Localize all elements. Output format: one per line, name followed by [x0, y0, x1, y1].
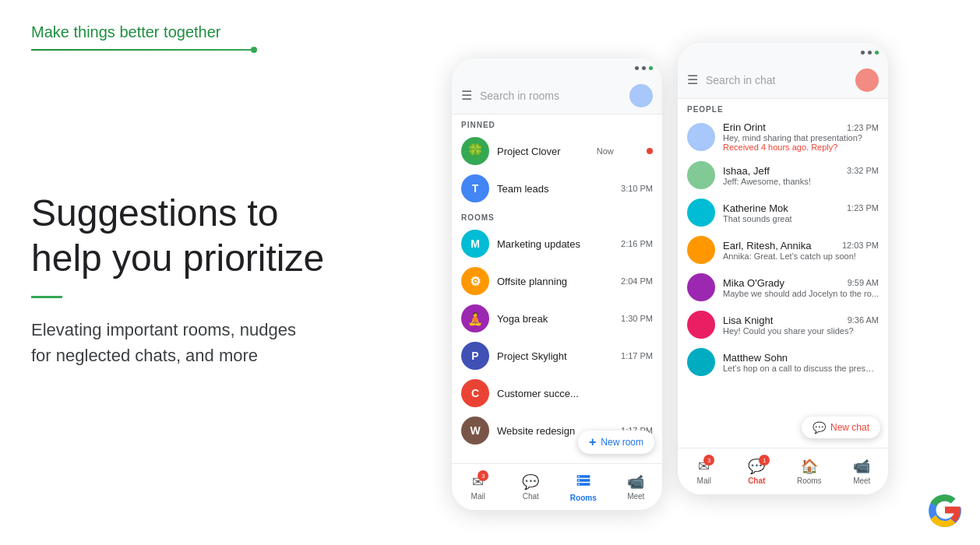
chat-name-earl: Earl, Ritesh, Annika	[723, 240, 811, 251]
plus-icon: +	[589, 435, 596, 449]
chat-avatar-earl	[687, 236, 715, 264]
status-dot-2	[861, 51, 865, 54]
mail-icon-1: ✉ 3	[472, 473, 484, 490]
chat-time-mika: 9:59 AM	[848, 278, 879, 287]
chat-info-erin: Erin Orint 1:23 PM Hey, mind sharing tha…	[723, 121, 879, 152]
chat-item-ishaa[interactable]: Ishaa, Jeff 3:32 PM Jeff: Awesome, thank…	[678, 156, 888, 194]
google-logo	[925, 490, 964, 529]
chat-avatar-customer: C	[461, 379, 489, 407]
chat-item-mika[interactable]: Mika O'Grady 9:59 AM Maybe we should add…	[678, 269, 888, 306]
chat-time-earl: 12:03 PM	[842, 241, 879, 250]
chat-preview-katherine: That sounds great	[723, 214, 879, 223]
user-avatar-2	[855, 69, 879, 92]
chat-preview-mika: Maybe we should add Jocelyn to the ro...	[723, 289, 879, 298]
nav-mail-label-2: Mail	[697, 476, 711, 485]
chat-item-katherine[interactable]: Katherine Mok 1:23 PM That sounds great	[678, 194, 888, 231]
chat-info-yoga: Yoga break 1:30 PM	[497, 313, 653, 325]
chat-info-clover: Project Clover Now	[497, 146, 653, 157]
chat-item-team-leads[interactable]: T Team leads 3:10 PM	[452, 170, 662, 207]
nav-meet-2[interactable]: 📹 Meet	[836, 458, 889, 485]
chat-avatar-yoga: 🧘	[461, 304, 489, 332]
sub-text: Elevating important rooms, nudges for ne…	[31, 317, 358, 368]
chat-info-customer: Customer succe...	[497, 388, 653, 399]
phone1-content: PINNED 🍀 Project Clover Now T Team lead	[452, 114, 662, 449]
chat-name-marketing: Marketing updates	[497, 238, 580, 250]
chat-item-customer[interactable]: C Customer succe...	[452, 374, 662, 412]
chat-info-skylight: Project Skylight 1:17 PM	[497, 350, 653, 362]
nav-meet-label-1: Meet	[627, 492, 644, 501]
chat-name-team: Team leads	[497, 183, 548, 195]
nav-chat-1[interactable]: 💬 Chat	[505, 473, 558, 501]
hamburger-icon[interactable]: ☰	[461, 88, 472, 103]
chat-name-ishaa: Ishaa, Jeff	[723, 165, 770, 177]
chat-preview-lisa: Hey! Could you share your slides?	[723, 326, 879, 336]
phone-search-bar-2[interactable]: ☰ Search in chat	[678, 62, 888, 99]
rooms-icon-1	[576, 473, 591, 492]
status-dot	[635, 66, 639, 70]
phones-section: ☰ Search in rooms PINNED 🍀 Project Clove…	[452, 0, 980, 545]
chat-avatar-skylight: P	[461, 342, 489, 370]
left-section: Make things better together Suggestions …	[0, 0, 390, 545]
chat-name-mika: Mika O'Grady	[723, 277, 784, 289]
new-chat-button[interactable]: 💬 New chat	[802, 417, 880, 438]
chat-avatar-mika	[687, 273, 715, 301]
rooms-label: ROOMS	[452, 207, 662, 225]
nav-meet-label-2: Meet	[853, 476, 870, 485]
nav-rooms-1[interactable]: Rooms	[557, 473, 610, 502]
pinned-label: PINNED	[452, 114, 662, 132]
chat-item-project-clover[interactable]: 🍀 Project Clover Now	[452, 132, 662, 170]
green-line	[31, 49, 257, 51]
chat-icon-1: 💬	[522, 473, 539, 490]
new-room-button[interactable]: + New room	[578, 431, 654, 454]
chat-item-erin[interactable]: Erin Orint 1:23 PM Hey, mind sharing tha…	[678, 117, 888, 156]
chat-item-skylight[interactable]: P Project Skylight 1:17 PM	[452, 337, 662, 374]
chat-item-offsite[interactable]: ⚙ Offsite planning 2:04 PM	[452, 262, 662, 300]
nav-chat-label-1: Chat	[523, 492, 539, 501]
chat-time-katherine: 1:23 PM	[847, 203, 879, 213]
nav-rooms-label-2: Rooms	[797, 476, 822, 485]
nudge-erin: Received 4 hours ago. Reply?	[723, 142, 879, 152]
chat-name-website: Website redesign	[497, 425, 575, 437]
chat-avatar-ishaa	[687, 161, 715, 189]
rooms-icon-2: 🏠	[801, 458, 818, 475]
phone-search-bar-1[interactable]: ☰ Search in rooms	[452, 77, 662, 114]
main-heading: Suggestions to help you prioritize	[31, 191, 358, 280]
chat-item-yoga[interactable]: 🧘 Yoga break 1:30 PM	[452, 300, 662, 337]
status-dot-2	[875, 51, 879, 54]
status-dot	[642, 66, 646, 70]
nav-rooms-2[interactable]: 🏠 Rooms	[783, 458, 836, 485]
status-dot-2	[868, 51, 872, 54]
chat-info-team: Team leads 3:10 PM	[497, 183, 653, 195]
chat-preview-ishaa: Jeff: Awesome, thanks!	[723, 177, 879, 186]
chat-avatar-matthew	[687, 348, 715, 376]
nav-mail-1[interactable]: ✉ 3 Mail	[452, 473, 505, 501]
phone2-nav: ✉ 3 Mail 💬 1 Chat 🏠 Rooms 📹 Meet	[678, 448, 888, 494]
chat-time-marketing: 2:16 PM	[621, 239, 653, 248]
user-avatar-1	[629, 84, 653, 107]
chat-time-lisa: 9:36 AM	[848, 315, 879, 325]
hamburger-icon-2[interactable]: ☰	[687, 72, 698, 87]
nav-chat-2[interactable]: 💬 1 Chat	[731, 458, 784, 485]
nav-mail-2[interactable]: ✉ 3 Mail	[678, 458, 731, 485]
chat-time-ishaa: 3:32 PM	[847, 166, 879, 175]
chat-avatar-offsite: ⚙	[461, 267, 489, 295]
nav-meet-1[interactable]: 📹 Meet	[610, 473, 663, 501]
chat-info-matthew: Matthew Sohn Let's hop on a call to disc…	[723, 352, 879, 373]
chat-item-earl[interactable]: Earl, Ritesh, Annika 12:03 PM Annika: Gr…	[678, 231, 888, 269]
chat-avatar-erin	[687, 123, 715, 151]
chat-avatar-team: T	[461, 174, 489, 202]
chat-item-lisa[interactable]: Lisa Knight 9:36 AM Hey! Could you share…	[678, 306, 888, 343]
chat-avatar-clover: 🍀	[461, 137, 489, 165]
chat-avatar-lisa	[687, 311, 715, 339]
phone1-nav: ✉ 3 Mail 💬 Chat Rooms 📹 Meet	[452, 463, 662, 510]
chat-time-offsite: 2:04 PM	[621, 276, 653, 286]
chat-name-yoga: Yoga break	[497, 313, 548, 325]
chat-item-matthew[interactable]: Matthew Sohn Let's hop on a call to disc…	[678, 343, 888, 381]
chat-preview-earl: Annika: Great. Let's catch up soon!	[723, 251, 879, 261]
chat-name-lisa: Lisa Knight	[723, 315, 773, 326]
mail-badge-2: 3	[703, 455, 714, 466]
mail-icon-2: ✉ 3	[698, 458, 710, 475]
new-chat-label: New chat	[830, 422, 869, 433]
chat-name-matthew: Matthew Sohn	[723, 352, 788, 364]
chat-item-marketing[interactable]: M Marketing updates 2:16 PM	[452, 225, 662, 262]
